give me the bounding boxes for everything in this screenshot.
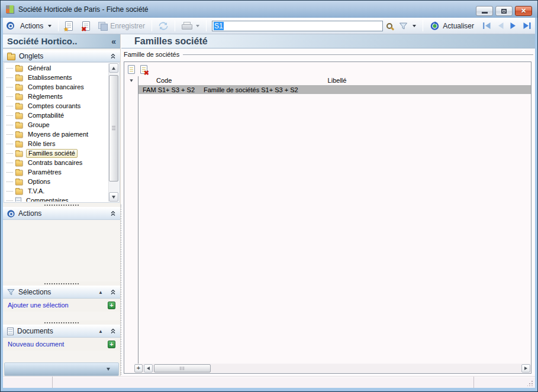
scroll-right-button[interactable]	[521, 364, 530, 372]
collapse-sidebar-icon[interactable]: «	[111, 37, 116, 46]
grid-gutter-header[interactable]	[124, 76, 138, 85]
chevron-down-icon	[48, 25, 51, 27]
add-selection-link[interactable]: Ajouter une sélection	[8, 302, 108, 309]
sidebar-tree-item[interactable]: Options	[7, 177, 108, 186]
sidebar-tree-item[interactable]: Comptes bancaires	[7, 82, 108, 92]
tree-item-label: Paramètres	[26, 169, 63, 176]
panel-splitter[interactable]	[3, 203, 120, 207]
sidebar-tree-item[interactable]: T.V.A.	[7, 186, 108, 196]
grid-header-row: Code Libellé	[124, 76, 531, 85]
filter-button[interactable]	[397, 21, 418, 31]
previous-record-icon[interactable]	[497, 22, 504, 30]
chevron-down-icon	[413, 25, 416, 27]
tree-item-label: Règlements	[26, 93, 65, 101]
search-input[interactable]: S1	[212, 21, 383, 31]
famille-panel: ✖ Code Libellé FAM S1+ S3 + S2 Famille d…	[124, 61, 531, 374]
add-selection-plus-icon[interactable]	[108, 302, 115, 309]
minimize-button[interactable]	[476, 6, 493, 16]
scroll-down-button[interactable]	[109, 192, 118, 202]
star-icon: ★	[63, 27, 69, 33]
save-label: Enregistrer	[110, 22, 145, 30]
sidebar-tree-item[interactable]: Moyens de paiement	[7, 129, 108, 139]
scrollbar-track[interactable]	[153, 364, 521, 372]
scrollbar-thumb[interactable]	[154, 364, 211, 372]
double-chevron-up-icon[interactable]	[110, 210, 116, 216]
next-record-icon[interactable]	[510, 22, 517, 30]
first-record-icon[interactable]	[482, 22, 491, 30]
tree-connector	[7, 134, 13, 135]
new-record-button[interactable]: ★	[63, 20, 75, 32]
folder-icon	[15, 179, 23, 185]
save-button[interactable]: Enregistrer	[96, 21, 147, 31]
tree-connector	[7, 68, 13, 69]
status-bar	[3, 376, 535, 388]
toolbar-separator	[58, 20, 59, 31]
sidebar-tree-item[interactable]: Paramètres	[7, 167, 108, 177]
actions-menu-button[interactable]: Actions	[18, 21, 54, 31]
sidebar-tree-item[interactable]: Règlements	[7, 92, 108, 101]
add-row-button[interactable]	[128, 65, 135, 74]
panel-header-actions[interactable]: Actions	[3, 207, 120, 220]
window-frame	[535, 18, 537, 391]
panel-splitter[interactable]	[3, 320, 120, 325]
panel-header-selections[interactable]: Sélections ▲	[3, 286, 120, 299]
sidebar-tree-item[interactable]: Comptabilité	[7, 111, 108, 120]
close-button[interactable]: ✕	[515, 6, 532, 16]
sidebar-tree-item[interactable]: Général	[7, 63, 108, 73]
collapse-triangle-icon[interactable]: ▲	[98, 290, 103, 295]
splitter-plus-button[interactable]: +	[134, 364, 143, 372]
toolbar-separator	[175, 20, 175, 31]
sidebar-tree-item[interactable]: Familles société	[7, 148, 108, 158]
double-chevron-up-icon[interactable]	[110, 328, 116, 334]
sidebar-tree-item[interactable]: Contrats bancaires	[7, 158, 108, 167]
table-row[interactable]: FAM S1+ S3 + S2 Famille de sociétés S1+ …	[124, 85, 531, 94]
refresh-button[interactable]	[156, 21, 170, 31]
grid-rows: FAM S1+ S3 + S2 Famille de sociétés S1+ …	[124, 85, 531, 94]
print-button[interactable]	[179, 21, 202, 31]
sidebar-tree-item[interactable]: Commentaires	[7, 196, 108, 202]
scroll-up-button[interactable]	[109, 63, 118, 73]
last-record-icon[interactable]	[523, 22, 531, 30]
tree-scrollbar[interactable]	[108, 63, 118, 202]
search-icon[interactable]	[386, 23, 392, 29]
maximize-button[interactable]	[495, 6, 513, 16]
folder-icon	[15, 103, 23, 109]
delete-record-button[interactable]: ✖	[80, 20, 92, 32]
panel-header-documents[interactable]: Documents ▲	[3, 325, 120, 338]
panel-header-onglets[interactable]: Onglets	[3, 50, 120, 62]
double-chevron-up-icon[interactable]	[110, 53, 116, 59]
app-icon	[6, 5, 14, 13]
close-icon: ✕	[521, 8, 526, 14]
tree-item-label: Groupe	[26, 121, 51, 129]
folder-icon	[15, 94, 23, 100]
folder-icon	[15, 132, 23, 138]
sidebar-scroll-more-bar[interactable]	[4, 362, 119, 376]
sidebar-tree-item[interactable]: Rôle tiers	[7, 139, 108, 148]
panel-splitter[interactable]	[3, 281, 120, 286]
main-content: Familles société Famille de sociétés ✖ C…	[121, 34, 535, 376]
sidebar-tree-item[interactable]: Etablissements	[7, 73, 108, 82]
sidebar-tree-item[interactable]: Groupe	[7, 120, 108, 129]
new-page-icon: ★	[65, 21, 73, 31]
tree-item-label: Comptes bancaires	[26, 83, 86, 91]
tree-connector	[7, 144, 13, 144]
tree-connector	[7, 115, 13, 116]
scrollbar-track[interactable]	[109, 73, 118, 192]
tree-connector	[7, 87, 13, 88]
column-header-code[interactable]: Code	[138, 76, 199, 85]
column-header-libelle[interactable]: Libellé	[199, 76, 475, 85]
horizontal-scrollbar[interactable]: +	[134, 364, 530, 372]
delete-row-button[interactable]: ✖	[140, 65, 147, 74]
double-chevron-up-icon[interactable]	[110, 289, 116, 295]
new-document-link[interactable]: Nouveau document	[8, 341, 108, 348]
new-document-plus-icon[interactable]	[108, 341, 115, 348]
scroll-left-button[interactable]	[144, 364, 153, 372]
chevron-down-icon	[196, 25, 199, 27]
resize-grip[interactable]	[527, 380, 533, 386]
collapse-triangle-icon[interactable]: ▲	[98, 329, 103, 334]
actualiser-button[interactable]: Actualiser	[427, 20, 476, 32]
scrollbar-thumb[interactable]	[109, 75, 118, 182]
sidebar-tree-item[interactable]: Comptes courants	[7, 101, 108, 111]
selections-label: Sélections	[18, 288, 95, 296]
tree-item-label: Options	[26, 178, 52, 186]
